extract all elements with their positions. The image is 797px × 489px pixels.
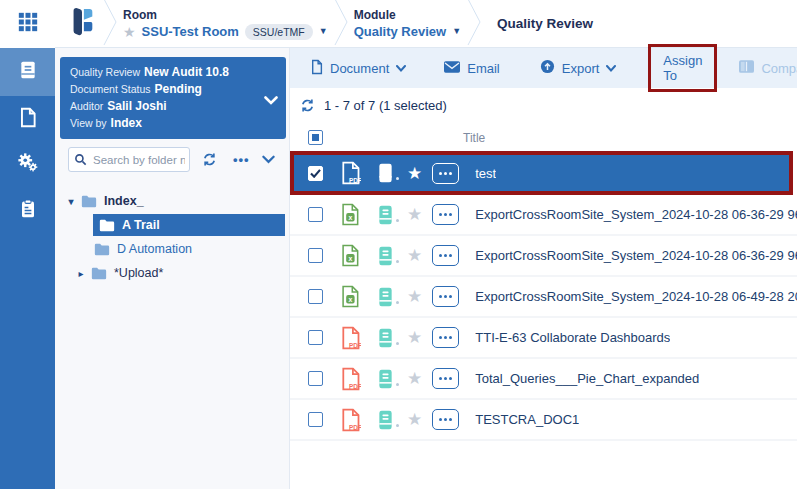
document-title[interactable]: Total_Queries___Pie_Chart_expanded <box>475 371 699 386</box>
tree-item-index[interactable]: ▾ Index_ <box>55 190 290 212</box>
compare-icon <box>739 60 754 76</box>
star-icon[interactable]: ★ <box>407 288 422 305</box>
row-checkbox[interactable] <box>308 371 323 386</box>
table-row[interactable]: PDF x ★ TESTCRA_DOC1 <box>290 400 797 441</box>
email-icon <box>444 61 460 76</box>
document-title[interactable]: TTI-E-63 Collaborate Dashboards <box>475 330 670 345</box>
row-checkbox[interactable] <box>308 248 323 263</box>
star-icon[interactable]: ★ <box>407 329 422 346</box>
table-row[interactable]: PDF x ★ ExportCrossRoomSite_System_2024-… <box>290 236 797 277</box>
star-icon[interactable]: ★ <box>407 370 422 387</box>
app-grid-button[interactable] <box>0 0 55 48</box>
collapse-arrow-icon[interactable]: ▸ <box>75 268 87 279</box>
pdf-file-icon: PDF <box>340 408 363 432</box>
more-options-button[interactable] <box>432 286 459 307</box>
gears-icon <box>17 152 39 178</box>
more-options-button[interactable] <box>432 204 459 225</box>
folder-name[interactable]: A Trail <box>122 218 160 232</box>
folder-name[interactable]: D Automation <box>117 242 192 256</box>
room-dropdown-icon[interactable]: ▼ <box>319 27 328 36</box>
tree-item-d-automation[interactable]: D Automation <box>55 238 290 260</box>
module-value[interactable]: Quality Review <box>354 24 446 39</box>
more-options-button[interactable] <box>432 245 459 266</box>
folder-name[interactable]: *Upload* <box>114 266 163 280</box>
row-checkbox[interactable] <box>308 330 323 345</box>
document-title[interactable]: ExportCrossRoomSite_System_2024-10-28 06… <box>475 289 797 304</box>
quality-review-summary[interactable]: Quality ReviewNew Audit 10.8 Document St… <box>60 57 286 139</box>
more-actions-icon[interactable]: ••• <box>233 152 250 167</box>
table-row[interactable]: PDF x ★ ExportCrossRoomSite_System_2024-… <box>290 277 797 318</box>
export-menu-label: Export <box>562 61 600 76</box>
svg-text:PDF: PDF <box>349 424 361 431</box>
breadcrumb-separator <box>334 0 348 49</box>
chevron-down-icon <box>396 65 406 72</box>
document-title[interactable]: ExportCrossRoomSite_System_2024-10-28 06… <box>475 207 797 222</box>
select-all-checkbox[interactable] <box>308 130 323 145</box>
left-panel: Quality ReviewNew Audit 10.8 Document St… <box>55 48 290 489</box>
folder-name[interactable]: Index_ <box>104 194 144 208</box>
star-icon[interactable]: ★ <box>407 206 422 223</box>
document-title[interactable]: ExportCrossRoomSite_System_2024-10-28 06… <box>475 248 797 263</box>
page-title: Quality Review <box>497 16 593 31</box>
refresh-tree-icon[interactable] <box>202 152 217 167</box>
document-icon <box>310 59 323 78</box>
assign-to-label: Assign To <box>663 53 702 83</box>
more-options-button[interactable] <box>432 368 459 389</box>
summary-value: New Audit 10.8 <box>144 65 229 79</box>
document-title[interactable]: test <box>475 166 496 181</box>
assign-to-button[interactable]: Assign To <box>663 53 702 83</box>
refresh-list-icon[interactable] <box>300 98 315 113</box>
more-options-button[interactable] <box>432 409 459 430</box>
document-menu-button[interactable]: Document <box>310 59 406 78</box>
breadcrumb-module: Module Quality Review ▼ <box>354 8 461 39</box>
star-icon[interactable]: ★ <box>407 247 422 264</box>
sidebar-item-binders[interactable] <box>0 48 55 96</box>
excel-file-icon: x <box>340 244 363 267</box>
summary-label: View by <box>70 117 107 129</box>
svg-text:PDF: PDF <box>349 342 361 349</box>
table-row[interactable]: PDF x ★ Total_Queries___Pie_Chart_expand… <box>290 359 797 400</box>
svg-text:x: x <box>348 296 352 303</box>
summary-label: Auditor <box>70 100 103 112</box>
list-header: Title <box>290 117 797 151</box>
collapse-panel-icon[interactable] <box>262 155 275 164</box>
more-options-button[interactable] <box>432 163 459 184</box>
row-checkbox[interactable] <box>308 166 323 181</box>
row-checkbox[interactable] <box>308 412 323 427</box>
svg-text:PDF: PDF <box>349 177 361 184</box>
expand-arrow-icon[interactable]: ▾ <box>65 196 77 207</box>
compare-button[interactable]: Compare <box>739 60 797 76</box>
table-row[interactable]: PDF x ★ test <box>290 151 793 195</box>
folder-icon <box>91 267 107 280</box>
svg-text:x: x <box>348 255 352 262</box>
left-icon-rail <box>0 0 55 489</box>
app-logo[interactable] <box>67 5 97 43</box>
sidebar-item-audit-log[interactable] <box>0 188 55 234</box>
star-icon[interactable]: ★ <box>407 411 422 428</box>
document-title[interactable]: TESTCRA_DOC1 <box>475 412 579 427</box>
export-icon <box>540 59 555 77</box>
more-options-button[interactable] <box>432 327 459 348</box>
table-row[interactable]: PDF x ★ ExportCrossRoomSite_System_2024-… <box>290 195 797 236</box>
binder-icon <box>377 410 399 430</box>
document-list: PDF x ★ test <box>290 151 797 441</box>
sidebar-item-documents[interactable] <box>0 96 55 142</box>
chevron-down-icon[interactable] <box>264 91 278 109</box>
table-row[interactable]: PDF x ★ TTI-E-63 Collaborate Dashboards <box>290 318 797 359</box>
room-value[interactable]: SSU-Test Room <box>142 24 239 39</box>
module-dropdown-icon[interactable]: ▼ <box>452 27 461 36</box>
tree-item-upload[interactable]: ▸ *Upload* <box>55 262 290 284</box>
row-checkbox[interactable] <box>308 207 323 222</box>
grid-icon <box>18 12 38 36</box>
room-star-icon[interactable]: ★ <box>123 25 136 39</box>
room-type-badge: SSU/eTMF <box>245 24 313 40</box>
sidebar-item-settings[interactable] <box>0 142 55 188</box>
email-button[interactable]: Email <box>444 61 500 76</box>
binder-icon <box>377 163 399 183</box>
binder-icon <box>18 60 38 84</box>
export-menu-button[interactable]: Export <box>540 59 617 77</box>
star-icon[interactable]: ★ <box>407 165 422 182</box>
pdf-file-icon: PDF <box>340 326 363 350</box>
row-checkbox[interactable] <box>308 289 323 304</box>
tree-item-a-trail[interactable]: A Trail <box>93 214 285 236</box>
